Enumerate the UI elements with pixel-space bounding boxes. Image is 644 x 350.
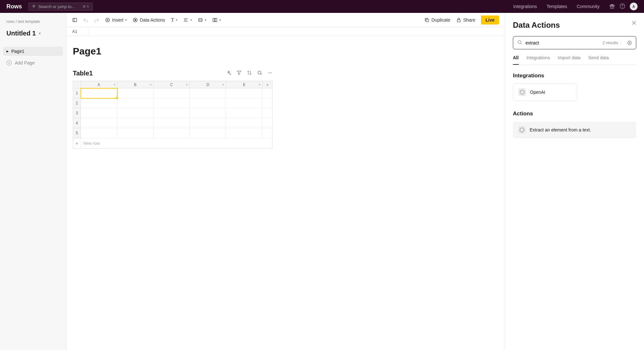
- action-extract-element[interactable]: Extract an element from a text.: [513, 122, 636, 138]
- cell[interactable]: [117, 98, 154, 108]
- cell[interactable]: [81, 128, 117, 138]
- toolbar: Insert ▾ Data Actions T ▾ ▾ ▾ ▾: [66, 13, 505, 27]
- insert-button[interactable]: Insert ▾: [105, 17, 127, 23]
- redo-button[interactable]: [94, 17, 99, 23]
- cell[interactable]: [117, 118, 154, 128]
- cell[interactable]: [263, 118, 272, 128]
- cell[interactable]: [190, 98, 226, 108]
- nav-templates[interactable]: Templates: [546, 4, 567, 9]
- search-shortcut: ⌘ K: [82, 5, 89, 9]
- row-header[interactable]: 2: [73, 98, 81, 108]
- undo-button[interactable]: [83, 17, 88, 23]
- cell[interactable]: [81, 118, 117, 128]
- cell[interactable]: [226, 88, 263, 98]
- global-search[interactable]: Search or jump to... ⌘ K: [28, 3, 93, 11]
- column-header-b[interactable]: B▾: [117, 81, 154, 88]
- clear-search-icon[interactable]: [627, 40, 632, 45]
- more-icon[interactable]: [267, 70, 273, 76]
- cell[interactable]: [226, 118, 263, 128]
- breadcrumb[interactable]: rows / test template: [3, 19, 63, 24]
- cell[interactable]: [263, 128, 272, 138]
- cell[interactable]: [154, 108, 190, 118]
- cell[interactable]: [226, 98, 263, 108]
- help-icon[interactable]: [620, 3, 625, 10]
- cell[interactable]: [263, 98, 272, 108]
- cell[interactable]: [117, 88, 154, 98]
- cell[interactable]: [190, 88, 226, 98]
- chevron-down-icon: ▾: [219, 18, 221, 22]
- add-page-button[interactable]: + Add Page: [3, 58, 63, 67]
- corner-cell[interactable]: [73, 81, 81, 88]
- cell[interactable]: [190, 108, 226, 118]
- cell[interactable]: [154, 98, 190, 108]
- cell[interactable]: [154, 118, 190, 128]
- tab-import-data[interactable]: Import data: [558, 55, 581, 64]
- search-icon[interactable]: [257, 70, 262, 76]
- cell-a1[interactable]: [81, 88, 117, 98]
- row-header[interactable]: 3: [73, 108, 81, 118]
- table-title[interactable]: Table1: [73, 70, 93, 77]
- cell[interactable]: [226, 128, 263, 138]
- share-button[interactable]: Share: [456, 17, 475, 23]
- row-header[interactable]: 1: [73, 88, 81, 98]
- page-item[interactable]: ▶ Page1: [3, 47, 63, 56]
- tab-send-data[interactable]: Send data: [588, 55, 609, 64]
- gift-icon[interactable]: [609, 3, 615, 10]
- chevron-down-icon: ▾: [39, 32, 41, 35]
- page-title[interactable]: Page1: [73, 46, 498, 57]
- sparkle-icon[interactable]: [226, 70, 231, 76]
- column-header-c[interactable]: C▾: [154, 81, 190, 88]
- avatar[interactable]: A: [630, 3, 638, 10]
- caret-right-icon: ▶: [6, 50, 9, 53]
- row-header[interactable]: 4: [73, 118, 81, 128]
- nav-community[interactable]: Community: [577, 4, 600, 9]
- cell[interactable]: [226, 108, 263, 118]
- duplicate-button[interactable]: Duplicate: [424, 17, 450, 23]
- row-header[interactable]: 5: [73, 128, 81, 138]
- integrations-section-title: Integrations: [513, 73, 636, 79]
- svg-rect-20: [426, 19, 429, 22]
- live-button[interactable]: Live: [481, 15, 499, 24]
- integration-openai[interactable]: OpenAI: [513, 83, 577, 101]
- new-row-button[interactable]: + New row: [73, 138, 272, 148]
- data-actions-button[interactable]: Data Actions: [133, 17, 165, 23]
- tab-all[interactable]: All: [513, 55, 519, 65]
- cell[interactable]: [81, 98, 117, 108]
- doc-title[interactable]: Untitled 1 ▾: [3, 30, 63, 37]
- column-header-e[interactable]: E▾: [226, 81, 263, 88]
- sort-icon[interactable]: [247, 70, 252, 76]
- cell[interactable]: [263, 88, 272, 98]
- filter-icon[interactable]: [236, 70, 242, 76]
- column-header-d[interactable]: D▾: [190, 81, 226, 88]
- plus-icon: +: [73, 138, 81, 148]
- openai-icon: [518, 88, 526, 96]
- content-body: Page1 Table1: [66, 36, 505, 350]
- panel-search[interactable]: 2 results: [513, 36, 636, 49]
- sidebar-toggle-button[interactable]: [72, 17, 77, 23]
- svg-line-24: [261, 74, 262, 75]
- column-header-a[interactable]: A▾: [81, 81, 117, 88]
- add-column-button[interactable]: +: [263, 81, 272, 88]
- cell[interactable]: [154, 88, 190, 98]
- cell[interactable]: [263, 108, 272, 118]
- svg-point-23: [258, 71, 261, 74]
- text-format-button[interactable]: T ▾: [171, 17, 178, 23]
- nav-integrations[interactable]: Integrations: [513, 4, 537, 9]
- layout-button[interactable]: ▾: [212, 17, 221, 23]
- cell[interactable]: [117, 108, 154, 118]
- cell[interactable]: [154, 128, 190, 138]
- align-button[interactable]: ▾: [183, 17, 192, 23]
- doc-title-text: Untitled 1: [6, 30, 36, 37]
- cell[interactable]: [81, 108, 117, 118]
- cell[interactable]: [190, 118, 226, 128]
- tab-integrations[interactable]: Integrations: [526, 55, 550, 64]
- svg-point-5: [622, 7, 623, 7]
- cell[interactable]: [190, 128, 226, 138]
- wrap-button[interactable]: ▾: [198, 17, 207, 23]
- logo[interactable]: Rows: [6, 3, 22, 10]
- close-icon[interactable]: [631, 20, 637, 27]
- integration-label: OpenAI: [530, 90, 545, 95]
- panel-search-input[interactable]: [525, 40, 599, 45]
- cell-reference[interactable]: A1: [72, 29, 88, 34]
- cell[interactable]: [117, 128, 154, 138]
